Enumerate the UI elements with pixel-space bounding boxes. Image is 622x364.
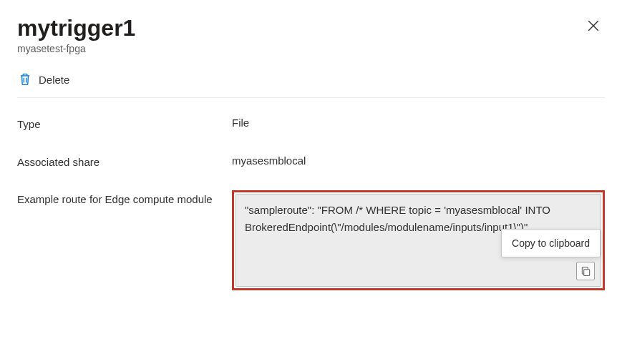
svg-rect-4 bbox=[583, 270, 589, 276]
copy-button[interactable] bbox=[576, 262, 595, 280]
delete-button[interactable]: Delete bbox=[17, 70, 71, 89]
delete-label: Delete bbox=[39, 74, 69, 86]
field-type: Type File bbox=[17, 115, 605, 133]
field-associated-share: Associated share myasesmblocal bbox=[17, 153, 605, 171]
toolbar: Delete bbox=[17, 70, 605, 98]
share-label: Associated share bbox=[17, 153, 232, 171]
copy-icon bbox=[580, 266, 591, 277]
field-example-route: Example route for Edge compute module "s… bbox=[17, 190, 605, 290]
resource-subtitle: myasetest-fpga bbox=[17, 43, 582, 54]
copy-tooltip: Copy to clipboard bbox=[501, 229, 601, 257]
type-value: File bbox=[232, 115, 605, 132]
close-button[interactable] bbox=[582, 14, 605, 37]
share-value: myasesmblocal bbox=[232, 153, 605, 169]
trash-icon bbox=[19, 73, 31, 86]
close-icon bbox=[587, 19, 600, 32]
route-label: Example route for Edge compute module bbox=[17, 190, 232, 208]
route-code-box[interactable]: "sampleroute": "FROM /* WHERE topic = 'm… bbox=[235, 194, 601, 287]
route-highlight-box: "sampleroute": "FROM /* WHERE topic = 'm… bbox=[232, 190, 605, 290]
type-label: Type bbox=[17, 115, 232, 133]
page-title: mytrigger1 bbox=[17, 14, 582, 41]
